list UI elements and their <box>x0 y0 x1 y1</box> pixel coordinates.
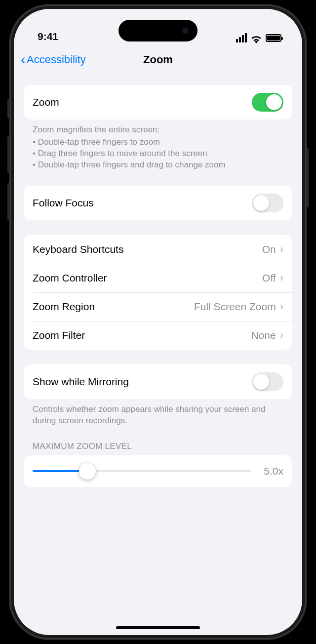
max-zoom-value: 5.0x <box>259 465 283 477</box>
battery-icon <box>266 34 281 42</box>
show-while-mirroring-label: Show while Mirroring <box>33 376 129 388</box>
show-while-mirroring-row: Show while Mirroring <box>24 364 292 399</box>
max-zoom-header: MAXIMUM ZOOM LEVEL <box>24 427 292 455</box>
zoom-toggle-row: Zoom <box>24 85 292 120</box>
chevron-left-icon: ‹ <box>21 52 26 67</box>
navigation-bar: ‹ Accessibility Zoom <box>14 46 302 73</box>
max-zoom-slider[interactable] <box>33 470 251 472</box>
chevron-right-icon: › <box>280 272 283 284</box>
zoom-help-text: Zoom magnifies the entire screen: Double… <box>24 120 292 171</box>
back-button[interactable]: ‹ Accessibility <box>21 53 86 67</box>
chevron-right-icon: › <box>280 300 283 313</box>
home-indicator[interactable] <box>116 626 200 629</box>
chevron-right-icon: › <box>280 243 283 256</box>
chevron-right-icon: › <box>280 329 283 342</box>
mirroring-help-text: Controls whether zoom appears while shar… <box>24 399 292 427</box>
follow-focus-row: Follow Focus <box>24 186 292 220</box>
zoom-filter-row[interactable]: Zoom Filter None › <box>24 321 292 350</box>
max-zoom-slider-row: 5.0x <box>24 455 292 487</box>
follow-focus-toggle[interactable] <box>252 194 283 212</box>
wifi-icon <box>251 34 262 42</box>
dynamic-island <box>118 20 198 41</box>
keyboard-shortcuts-row[interactable]: Keyboard Shortcuts On › <box>24 235 292 264</box>
zoom-controller-row[interactable]: Zoom Controller Off › <box>24 264 292 292</box>
status-time: 9:41 <box>38 31 58 42</box>
zoom-toggle[interactable] <box>252 93 283 112</box>
page-title: Zoom <box>143 53 173 66</box>
show-while-mirroring-toggle[interactable] <box>252 372 283 391</box>
back-button-label: Accessibility <box>27 53 86 66</box>
cellular-signal-icon <box>236 33 247 42</box>
zoom-region-row[interactable]: Zoom Region Full Screen Zoom › <box>24 292 292 321</box>
zoom-toggle-label: Zoom <box>33 96 59 108</box>
follow-focus-label: Follow Focus <box>33 197 94 209</box>
